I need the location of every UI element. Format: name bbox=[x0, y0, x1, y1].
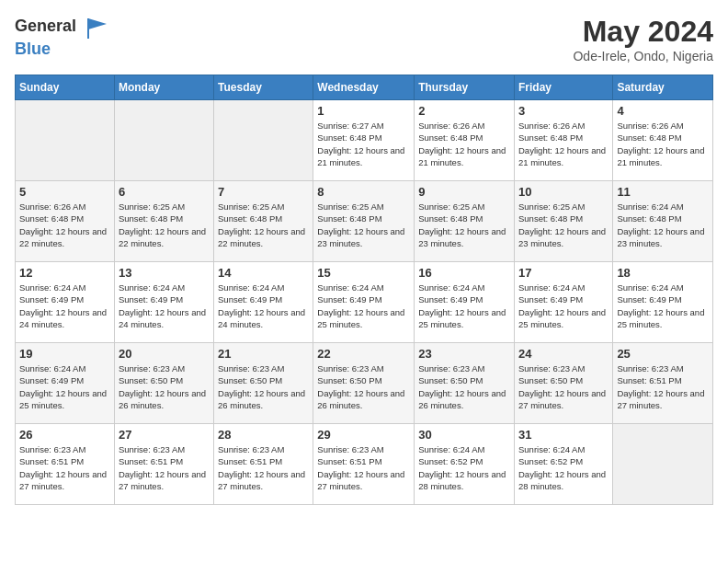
weekday-header: Monday bbox=[114, 75, 213, 100]
calendar-week-row: 5Sunrise: 6:26 AM Sunset: 6:48 PM Daylig… bbox=[16, 181, 713, 262]
day-number: 6 bbox=[119, 185, 210, 199]
calendar-cell: 30Sunrise: 6:24 AM Sunset: 6:52 PM Dayli… bbox=[415, 424, 515, 505]
day-info: Sunrise: 6:26 AM Sunset: 6:48 PM Dayligh… bbox=[418, 120, 510, 168]
calendar-cell: 12Sunrise: 6:24 AM Sunset: 6:49 PM Dayli… bbox=[16, 262, 115, 343]
weekday-header: Sunday bbox=[16, 75, 115, 100]
day-number: 3 bbox=[518, 104, 609, 118]
day-number: 7 bbox=[218, 185, 309, 199]
day-info: Sunrise: 6:25 AM Sunset: 6:48 PM Dayligh… bbox=[518, 201, 609, 249]
calendar-cell: 11Sunrise: 6:24 AM Sunset: 6:48 PM Dayli… bbox=[613, 181, 713, 262]
day-number: 22 bbox=[317, 347, 410, 361]
day-number: 26 bbox=[19, 428, 110, 442]
calendar-cell bbox=[214, 100, 313, 181]
day-number: 23 bbox=[418, 347, 510, 361]
weekday-header: Tuesday bbox=[214, 75, 313, 100]
calendar-week-row: 26Sunrise: 6:23 AM Sunset: 6:51 PM Dayli… bbox=[16, 424, 713, 505]
calendar-cell: 7Sunrise: 6:25 AM Sunset: 6:48 PM Daylig… bbox=[214, 181, 313, 262]
day-number: 21 bbox=[218, 347, 309, 361]
calendar-cell bbox=[613, 424, 713, 505]
day-number: 27 bbox=[119, 428, 210, 442]
calendar-cell: 15Sunrise: 6:24 AM Sunset: 6:49 PM Dayli… bbox=[313, 262, 415, 343]
calendar-cell: 5Sunrise: 6:26 AM Sunset: 6:48 PM Daylig… bbox=[16, 181, 115, 262]
day-info: Sunrise: 6:24 AM Sunset: 6:52 PM Dayligh… bbox=[418, 443, 510, 492]
day-info: Sunrise: 6:26 AM Sunset: 6:48 PM Dayligh… bbox=[518, 120, 609, 168]
day-number: 2 bbox=[418, 104, 510, 118]
calendar-cell: 22Sunrise: 6:23 AM Sunset: 6:50 PM Dayli… bbox=[313, 343, 415, 424]
day-info: Sunrise: 6:26 AM Sunset: 6:48 PM Dayligh… bbox=[617, 120, 709, 168]
day-number: 14 bbox=[218, 266, 309, 280]
day-number: 12 bbox=[19, 266, 110, 280]
calendar-cell: 6Sunrise: 6:25 AM Sunset: 6:48 PM Daylig… bbox=[114, 181, 213, 262]
day-number: 17 bbox=[518, 266, 609, 280]
calendar-cell: 18Sunrise: 6:24 AM Sunset: 6:49 PM Dayli… bbox=[613, 262, 713, 343]
calendar-cell bbox=[16, 100, 115, 181]
calendar-cell: 14Sunrise: 6:24 AM Sunset: 6:49 PM Dayli… bbox=[214, 262, 313, 343]
day-info: Sunrise: 6:23 AM Sunset: 6:51 PM Dayligh… bbox=[218, 443, 309, 492]
calendar-cell: 1Sunrise: 6:27 AM Sunset: 6:48 PM Daylig… bbox=[313, 100, 415, 181]
calendar-cell: 19Sunrise: 6:24 AM Sunset: 6:49 PM Dayli… bbox=[16, 343, 115, 424]
day-number: 29 bbox=[317, 428, 410, 442]
month-year-title: May 2024 bbox=[573, 15, 713, 49]
weekday-header: Wednesday bbox=[313, 75, 415, 100]
weekday-header: Friday bbox=[514, 75, 612, 100]
day-number: 28 bbox=[218, 428, 309, 442]
calendar-cell: 21Sunrise: 6:23 AM Sunset: 6:50 PM Dayli… bbox=[214, 343, 313, 424]
weekday-header: Saturday bbox=[613, 75, 713, 100]
day-number: 8 bbox=[317, 185, 410, 199]
calendar-cell: 2Sunrise: 6:26 AM Sunset: 6:48 PM Daylig… bbox=[415, 100, 515, 181]
calendar-table: SundayMondayTuesdayWednesdayThursdayFrid… bbox=[15, 75, 713, 505]
title-section: May 2024 Ode-Irele, Ondo, Nigeria bbox=[573, 15, 713, 63]
day-number: 24 bbox=[518, 347, 609, 361]
calendar-cell: 3Sunrise: 6:26 AM Sunset: 6:48 PM Daylig… bbox=[514, 100, 612, 181]
day-info: Sunrise: 6:24 AM Sunset: 6:52 PM Dayligh… bbox=[518, 443, 609, 492]
day-info: Sunrise: 6:24 AM Sunset: 6:49 PM Dayligh… bbox=[19, 282, 110, 330]
day-info: Sunrise: 6:25 AM Sunset: 6:48 PM Dayligh… bbox=[317, 201, 410, 249]
day-number: 1 bbox=[317, 104, 410, 118]
calendar-cell: 25Sunrise: 6:23 AM Sunset: 6:51 PM Dayli… bbox=[613, 343, 713, 424]
day-number: 25 bbox=[617, 347, 709, 361]
day-number: 18 bbox=[617, 266, 709, 280]
day-info: Sunrise: 6:23 AM Sunset: 6:51 PM Dayligh… bbox=[19, 443, 110, 492]
calendar-cell bbox=[114, 100, 213, 181]
calendar-cell: 27Sunrise: 6:23 AM Sunset: 6:51 PM Dayli… bbox=[114, 424, 213, 505]
calendar-week-row: 1Sunrise: 6:27 AM Sunset: 6:48 PM Daylig… bbox=[16, 100, 713, 181]
day-info: Sunrise: 6:26 AM Sunset: 6:48 PM Dayligh… bbox=[19, 201, 110, 249]
calendar-header-row: SundayMondayTuesdayWednesdayThursdayFrid… bbox=[16, 75, 713, 100]
day-info: Sunrise: 6:24 AM Sunset: 6:49 PM Dayligh… bbox=[317, 282, 410, 330]
calendar-cell: 26Sunrise: 6:23 AM Sunset: 6:51 PM Dayli… bbox=[16, 424, 115, 505]
calendar-cell: 17Sunrise: 6:24 AM Sunset: 6:49 PM Dayli… bbox=[514, 262, 612, 343]
calendar-cell: 13Sunrise: 6:24 AM Sunset: 6:49 PM Dayli… bbox=[114, 262, 213, 343]
calendar-cell: 28Sunrise: 6:23 AM Sunset: 6:51 PM Dayli… bbox=[214, 424, 313, 505]
day-info: Sunrise: 6:23 AM Sunset: 6:50 PM Dayligh… bbox=[119, 362, 210, 411]
day-number: 15 bbox=[317, 266, 410, 280]
day-info: Sunrise: 6:23 AM Sunset: 6:50 PM Dayligh… bbox=[418, 362, 510, 411]
day-number: 11 bbox=[617, 185, 709, 199]
day-number: 16 bbox=[418, 266, 510, 280]
day-number: 20 bbox=[119, 347, 210, 361]
calendar-week-row: 19Sunrise: 6:24 AM Sunset: 6:49 PM Dayli… bbox=[16, 343, 713, 424]
day-info: Sunrise: 6:24 AM Sunset: 6:49 PM Dayligh… bbox=[19, 362, 110, 411]
location-subtitle: Ode-Irele, Ondo, Nigeria bbox=[573, 49, 713, 63]
page-header: General Blue May 2024 Ode-Irele, Ondo, N… bbox=[15, 15, 713, 63]
day-info: Sunrise: 6:24 AM Sunset: 6:49 PM Dayligh… bbox=[418, 282, 510, 330]
calendar-cell: 24Sunrise: 6:23 AM Sunset: 6:50 PM Dayli… bbox=[514, 343, 612, 424]
day-number: 13 bbox=[119, 266, 210, 280]
calendar-cell: 8Sunrise: 6:25 AM Sunset: 6:48 PM Daylig… bbox=[313, 181, 415, 262]
calendar-cell: 9Sunrise: 6:25 AM Sunset: 6:48 PM Daylig… bbox=[415, 181, 515, 262]
logo-flag-icon bbox=[85, 15, 110, 40]
svg-marker-0 bbox=[88, 18, 107, 29]
day-info: Sunrise: 6:24 AM Sunset: 6:49 PM Dayligh… bbox=[518, 282, 609, 330]
day-info: Sunrise: 6:24 AM Sunset: 6:49 PM Dayligh… bbox=[218, 282, 309, 330]
day-info: Sunrise: 6:25 AM Sunset: 6:48 PM Dayligh… bbox=[119, 201, 210, 249]
calendar-cell: 20Sunrise: 6:23 AM Sunset: 6:50 PM Dayli… bbox=[114, 343, 213, 424]
day-info: Sunrise: 6:23 AM Sunset: 6:50 PM Dayligh… bbox=[317, 362, 410, 411]
calendar-cell: 4Sunrise: 6:26 AM Sunset: 6:48 PM Daylig… bbox=[613, 100, 713, 181]
day-info: Sunrise: 6:23 AM Sunset: 6:51 PM Dayligh… bbox=[317, 443, 410, 492]
weekday-header: Thursday bbox=[415, 75, 515, 100]
day-number: 10 bbox=[518, 185, 609, 199]
logo: General Blue bbox=[15, 15, 110, 59]
logo-general-text: General bbox=[15, 15, 110, 40]
day-info: Sunrise: 6:24 AM Sunset: 6:49 PM Dayligh… bbox=[119, 282, 210, 330]
day-info: Sunrise: 6:25 AM Sunset: 6:48 PM Dayligh… bbox=[418, 201, 510, 249]
day-info: Sunrise: 6:23 AM Sunset: 6:50 PM Dayligh… bbox=[218, 362, 309, 411]
